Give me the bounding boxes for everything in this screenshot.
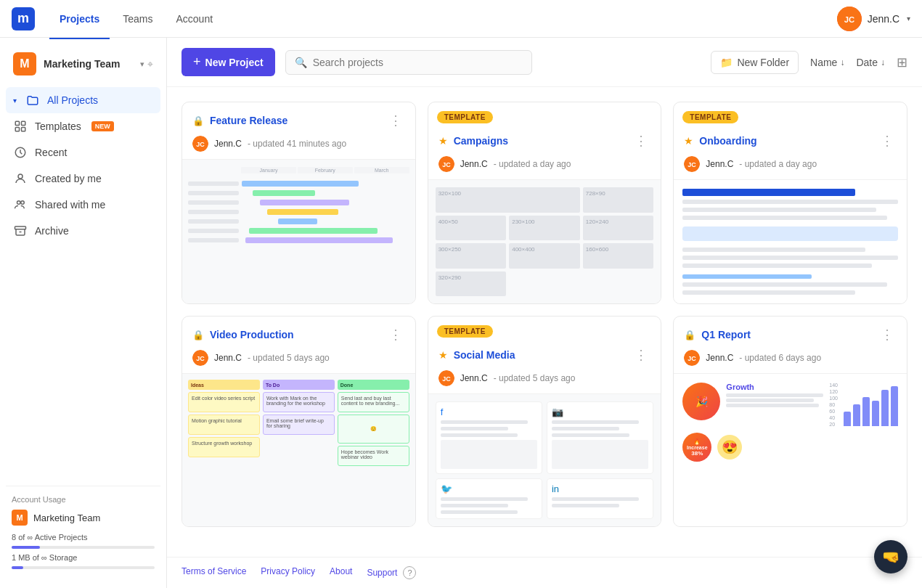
project-card-q1-report[interactable]: 🔒 Q1 Report ⋮ JC Jenn.C - updated 6 days… (673, 316, 907, 527)
nav-projects[interactable]: Projects (49, 9, 110, 29)
card-title: Feature Release (210, 115, 380, 126)
svg-text:JC: JC (196, 141, 205, 148)
card-preview-report: 🎉 Growth 14012010080604020 (674, 373, 907, 526)
card-avatar: JC (192, 136, 208, 152)
usage-workspace-avatar: M (12, 510, 28, 526)
templates-icon (13, 119, 28, 134)
footer-about-link[interactable]: About (330, 566, 352, 579)
svg-rect-3 (22, 121, 25, 125)
svg-point-7 (18, 174, 23, 179)
card-preview-social: f 📷 (428, 393, 661, 526)
project-card-video-production[interactable]: 🔒 Video Production ⋮ JC Jenn.C - updated… (181, 316, 416, 527)
nav-links: Projects Teams Account (49, 9, 223, 29)
project-card-feature-release[interactable]: 🔒 Feature Release ⋮ JC Jenn.C - updated … (181, 102, 416, 304)
nav-right: JC Jenn.C ▾ (837, 7, 910, 31)
workspace-avatar: M (13, 52, 36, 75)
sort-name-label: Name (810, 57, 837, 68)
search-icon: 🔍 (295, 57, 307, 68)
sidebar-item-created-by-me[interactable]: Created by me (6, 166, 160, 192)
avatar[interactable]: JC (837, 7, 862, 31)
project-card-campaigns[interactable]: TEMPLATE ★ Campaigns ⋮ JC Jenn.C - updat… (428, 102, 662, 304)
card-author: Jenn.C (460, 159, 488, 169)
card-menu-button[interactable]: ⋮ (386, 325, 405, 344)
new-folder-label: New Folder (737, 57, 789, 68)
nav-account[interactable]: Account (166, 9, 223, 29)
search-box[interactable]: 🔍 (285, 50, 532, 75)
footer-privacy-link[interactable]: Privacy Policy (261, 566, 315, 579)
sort-name-button[interactable]: Name ↓ (810, 57, 844, 68)
card-preview-doc (674, 179, 907, 303)
user-name[interactable]: Jenn.C (868, 13, 899, 25)
footer-terms-link[interactable]: Terms of Service (181, 566, 246, 579)
card-avatar: JC (684, 350, 700, 366)
card-updated: - updated a day ago (739, 159, 817, 169)
card-updated: - updated 5 days ago (494, 373, 576, 383)
active-projects-bar (12, 546, 155, 549)
help-icon[interactable]: ? (403, 566, 416, 579)
sidebar-item-label: Templates (35, 121, 81, 132)
workspace-name: Marketing Team (44, 58, 140, 70)
plus-icon: + (193, 54, 201, 70)
sidebar-item-label: Archive (35, 225, 69, 237)
star-icon: ★ (438, 135, 448, 147)
cursor-icon: ⌖ (147, 58, 153, 70)
svg-text:JC: JC (196, 355, 205, 362)
card-preview-kanban: Ideas Edit color video series script Mot… (182, 373, 415, 526)
grid-view-button[interactable]: ⊞ (897, 54, 907, 70)
card-author: Jenn.C (214, 353, 242, 363)
card-menu-button[interactable]: ⋮ (878, 325, 897, 344)
app-logo[interactable]: m (12, 7, 35, 30)
folder-plus-icon: 📁 (720, 57, 733, 68)
chat-icon: 🤜 (882, 548, 900, 565)
card-author: Jenn.C (214, 139, 242, 149)
project-card-social-media[interactable]: TEMPLATE ★ Social Media ⋮ JC Jenn.C - up… (428, 316, 662, 527)
account-usage: Account Usage M Marketing Team 8 of ∞ Ac… (6, 486, 160, 579)
chat-bubble[interactable]: 🤜 (874, 540, 907, 573)
card-author: Jenn.C (706, 159, 733, 169)
footer: Terms of Service Privacy Policy About Su… (167, 557, 922, 588)
sort-date-button[interactable]: Date ↓ (856, 57, 885, 68)
lock-icon: 🔒 (684, 330, 695, 340)
content-header: + New Project 🔍 📁 New Folder Name ↓ Date (167, 38, 922, 87)
header-actions: 📁 New Folder Name ↓ Date ↓ ⊞ (711, 51, 907, 74)
group-icon (13, 197, 28, 212)
sidebar-item-all-projects[interactable]: ▾ All Projects (6, 87, 160, 113)
new-project-button[interactable]: + New Project (181, 48, 275, 76)
project-card-onboarding[interactable]: TEMPLATE ★ Onboarding ⋮ JC Jenn.C - upda… (673, 102, 907, 304)
card-preview-wireframe: 320×100 728×90 400×50 230×100 120×240 30… (428, 179, 661, 303)
card-menu-button[interactable]: ⋮ (632, 346, 650, 364)
star-icon: ★ (684, 135, 693, 147)
svg-rect-4 (15, 128, 19, 131)
folder-icon (25, 93, 40, 107)
card-updated: - updated a day ago (494, 159, 571, 169)
card-title: Video Production (210, 329, 380, 340)
new-folder-button[interactable]: 📁 New Folder (711, 51, 799, 74)
workspace-header[interactable]: M Marketing Team ▾ ⌖ (6, 46, 160, 81)
svg-point-9 (21, 201, 25, 205)
lock-icon: 🔒 (192, 330, 204, 340)
sidebar-item-archive[interactable]: Archive (6, 218, 160, 244)
sidebar-item-shared-with-me[interactable]: Shared with me (6, 192, 160, 218)
card-author: Jenn.C (460, 373, 488, 383)
new-badge: NEW (91, 121, 114, 131)
sidebar-nav: ▾ All Projects Templates NEW Recent (6, 87, 160, 244)
card-avatar: JC (438, 370, 454, 386)
card-menu-button[interactable]: ⋮ (386, 111, 405, 130)
star-icon: ★ (438, 349, 448, 361)
new-project-label: New Project (205, 57, 264, 68)
top-nav: m Projects Teams Account JC Jenn.C ▾ (0, 0, 922, 38)
card-menu-button[interactable]: ⋮ (878, 131, 897, 150)
footer-support-link[interactable]: Support (367, 568, 397, 578)
sort-name-arrow-icon: ↓ (840, 57, 844, 68)
sort-date-arrow-icon: ↓ (881, 57, 885, 68)
sidebar-item-templates[interactable]: Templates NEW (6, 113, 160, 139)
card-avatar: JC (438, 156, 454, 172)
sidebar-item-label: Shared with me (35, 199, 105, 211)
nav-teams[interactable]: Teams (113, 9, 163, 29)
template-badge: TEMPLATE (682, 111, 738, 123)
search-input[interactable] (313, 57, 523, 68)
card-menu-button[interactable]: ⋮ (632, 131, 650, 150)
sidebar: M Marketing Team ▾ ⌖ ▾ All Projects Temp… (0, 38, 167, 588)
user-menu-chevron[interactable]: ▾ (907, 15, 910, 23)
sidebar-item-recent[interactable]: Recent (6, 139, 160, 166)
